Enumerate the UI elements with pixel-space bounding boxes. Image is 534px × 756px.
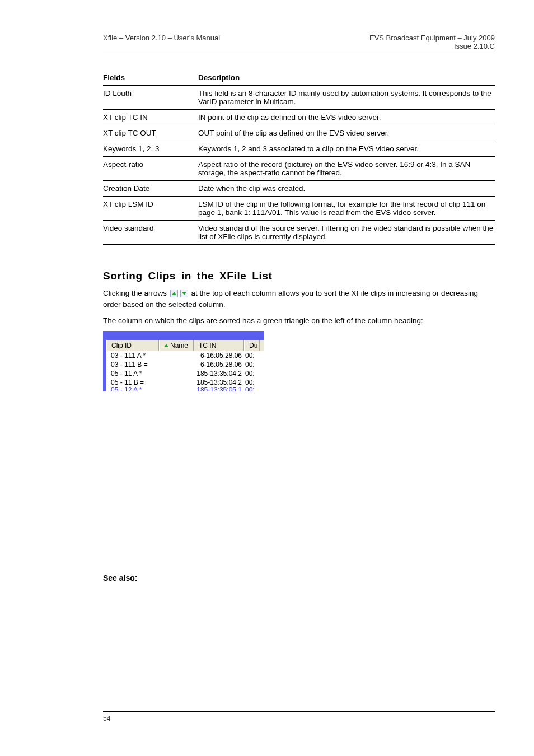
table-row: XT clip TC OUTOUT point of the clip as d… [103,125,495,141]
column-header-tc-in[interactable]: TC IN [194,340,244,351]
cell-name [159,378,194,387]
column-header-duration[interactable]: Du [244,340,260,351]
cell-tc-in: 6-16:05:28.06 [194,360,244,369]
cell-duration: 00: [244,369,260,378]
fields-col1-header: Fields [103,70,198,86]
column-header-name-label: Name [170,342,188,349]
field-description: LSM ID of the clip in the following form… [198,197,495,221]
header-divider [103,53,495,53]
header-left: Xfile – Version 2.10 – User's Manual [103,34,220,42]
field-description: Video standard of the source server. Fil… [198,221,495,245]
table-row: XT clip TC ININ point of the clip as def… [103,110,495,125]
fields-col2-header: Description [198,70,495,86]
field-description: Date when the clip was created. [198,181,495,197]
cell-name [159,351,194,360]
cell-clip-id: 03 - 111 A * [106,351,159,360]
sort-indicator-icon [164,344,168,347]
sort-asc-icon[interactable] [170,290,178,297]
list-item[interactable]: 03 - 111 B =6-16:05:28.0600: [106,360,264,369]
column-header-name[interactable]: Name [159,340,194,351]
sort-desc-icon[interactable] [180,290,188,297]
table-row: XT clip LSM IDLSM ID of the clip in the … [103,197,495,221]
table-row: Aspect-ratioAspect ratio of the record (… [103,157,495,181]
xfile-list-screenshot: Clip ID Name TC IN Du 03 - 111 A *6-16:0… [103,331,264,391]
field-description: Aspect ratio of the record (picture) on … [198,157,495,181]
cell-tc-in: 6-16:05:28.06 [194,351,244,360]
field-name: XT clip TC OUT [103,125,198,141]
list-item[interactable]: 05 - 11 B =185-13:35:04.200: [106,378,264,387]
sort-para-text-before: Clicking the arrows [103,289,169,297]
cell-duration: 00: [244,360,260,369]
list-item[interactable]: 05 - 12 A *185-13:35:05.100: [106,387,264,391]
field-name: XT clip LSM ID [103,197,198,221]
field-description: Keywords 1, 2 and 3 associated to a clip… [198,141,495,157]
table-row: ID LouthThis field is an 8-character ID … [103,86,495,110]
field-name: XT clip TC IN [103,110,198,125]
table-row: Creation DateDate when the clip was crea… [103,181,495,197]
field-name: Creation Date [103,181,198,197]
field-name: Video standard [103,221,198,245]
cell-clip-id: 05 - 12 A * [106,387,159,391]
column-header-clip-id[interactable]: Clip ID [106,340,159,351]
field-name: Aspect-ratio [103,157,198,181]
table-header-row: Clip ID Name TC IN Du [106,340,264,351]
footer-divider [103,711,495,712]
field-description: IN point of the clip as defined on the E… [198,110,495,125]
sort-paragraph-2: The column on which the clips are sorted… [103,315,495,326]
see-also-heading: See also: [103,573,495,582]
section-heading: Sorting Clips in the XFile List [103,270,495,282]
header-right: EVS Broadcast Equipment – July 2009 [369,34,495,42]
field-name: ID Louth [103,86,198,110]
footer-page-number: 54 [103,715,110,722]
cell-duration: 00: [244,351,260,360]
cell-tc-in: 185-13:35:04.2 [194,378,244,387]
list-item[interactable]: 05 - 11 A *185-13:35:04.200: [106,369,264,378]
table-row: Video standardVideo standard of the sour… [103,221,495,245]
sort-paragraph-1: Clicking the arrows at the top of each c… [103,288,495,311]
cell-clip-id: 05 - 11 B = [106,378,159,387]
cell-clip-id: 05 - 11 A * [106,369,159,378]
field-description: This field is an 8-character ID mainly u… [198,86,495,110]
cell-tc-in: 185-13:35:04.2 [194,369,244,378]
cell-clip-id: 03 - 111 B = [106,360,159,369]
cell-duration: 00: [244,387,260,391]
list-item[interactable]: 03 - 111 A *6-16:05:28.0600: [106,351,264,360]
fields-table: Fields Description ID LouthThis field is… [103,70,495,245]
field-name: Keywords 1, 2, 3 [103,141,198,157]
cell-name [159,387,194,391]
cell-duration: 00: [244,378,260,387]
window-titlebar [106,334,264,340]
cell-name [159,369,194,378]
field-description: OUT point of the clip as defined on the … [198,125,495,141]
cell-name [159,360,194,369]
cell-tc-in: 185-13:35:05.1 [194,387,244,391]
header-issue: Issue 2.10.C [454,42,495,50]
table-row: Keywords 1, 2, 3Keywords 1, 2 and 3 asso… [103,141,495,157]
